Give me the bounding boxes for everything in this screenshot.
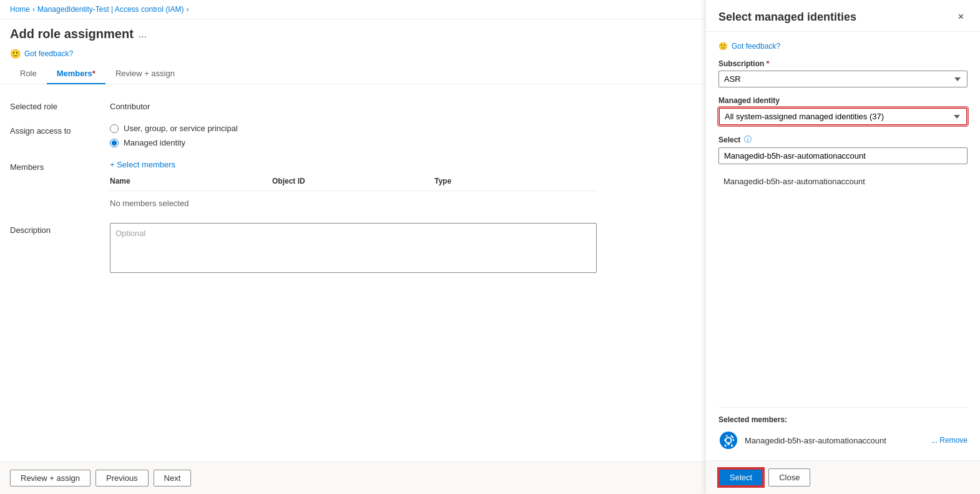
next-button[interactable]: Next: [154, 470, 192, 487]
subscription-label: Subscription: [718, 59, 968, 68]
selected-members-title: Selected members:: [718, 415, 968, 424]
select-members-link[interactable]: + Select members: [110, 160, 175, 169]
radio-user-group[interactable]: User, group, or service principal: [110, 124, 238, 133]
page-title: Add role assignment: [10, 27, 134, 41]
tabs-bar: Role Members* Review + assign: [0, 64, 705, 84]
radio-user-group-input[interactable]: [110, 124, 119, 133]
select-info-icon[interactable]: ⓘ: [744, 134, 752, 145]
selected-member-name: Managedid-b5h-asr-automationaccount: [745, 436, 925, 445]
radio-user-group-label: User, group, or service principal: [124, 124, 238, 133]
panel-select-button[interactable]: Select: [718, 468, 763, 487]
page-header: Add role assignment ...: [0, 19, 705, 46]
description-textarea[interactable]: [110, 223, 597, 273]
panel-feedback-icon: 🙂: [718, 42, 728, 51]
radio-managed-identity-label: Managed identity: [124, 138, 185, 147]
select-search-input[interactable]: [718, 147, 968, 164]
members-label: Members: [10, 160, 110, 172]
radio-managed-identity-input[interactable]: [110, 139, 119, 147]
search-result-item[interactable]: Managedid-b5h-asr-automationaccount: [718, 173, 968, 190]
managed-identity-label: Managed identity: [718, 96, 968, 105]
previous-button[interactable]: Previous: [96, 470, 149, 487]
managed-identity-field: Managed identity All system-assigned man…: [718, 96, 968, 126]
feedback-label: Got feedback?: [24, 49, 73, 58]
svg-point-0: [720, 432, 737, 449]
assign-access-row: Assign access to User, group, or service…: [10, 124, 695, 147]
tab-review-assign[interactable]: Review + assign: [105, 64, 185, 84]
description-row: Description: [10, 223, 695, 275]
select-field: Select ⓘ: [718, 134, 968, 164]
col-name-header: Name: [110, 177, 272, 185]
assign-access-radio-group: User, group, or service principal Manage…: [110, 124, 238, 147]
assign-access-label: Assign access to: [10, 124, 110, 136]
breadcrumb-sep1: ›: [32, 5, 35, 14]
member-avatar: [718, 430, 738, 450]
subscription-field: Subscription ASR: [718, 59, 968, 87]
remove-ellipsis: ...: [931, 436, 939, 445]
members-row: Members + Select members Name Object ID …: [10, 160, 695, 210]
panel-feedback-label: Got feedback?: [732, 42, 780, 51]
tab-members[interactable]: Members*: [47, 64, 105, 84]
page-options-icon[interactable]: ...: [139, 29, 147, 40]
select-label-row: Select ⓘ: [718, 134, 968, 145]
subscription-dropdown[interactable]: ASR: [718, 71, 968, 87]
panel-close-btn[interactable]: Close: [768, 468, 810, 487]
gear-icon: [718, 430, 738, 450]
table-header: Name Object ID Type: [110, 177, 597, 191]
radio-managed-identity[interactable]: Managed identity: [110, 138, 238, 147]
description-label: Description: [10, 223, 110, 235]
select-label: Select: [718, 136, 740, 144]
feedback-bar[interactable]: 🙂 Got feedback?: [0, 46, 705, 64]
panel-feedback[interactable]: 🙂 Got feedback?: [718, 42, 968, 51]
selected-role-label: Selected role: [10, 99, 110, 111]
selected-members-section: Selected members: Managedid-b5h-asr-auto…: [718, 407, 968, 450]
breadcrumb-sep2: ›: [187, 5, 189, 14]
breadcrumb: Home › ManagedIdentity-Test | Access con…: [0, 0, 705, 19]
breadcrumb-home[interactable]: Home: [10, 5, 30, 14]
panel-footer: Select Close: [706, 460, 980, 494]
selected-member-item: Managedid-b5h-asr-automationaccount ... …: [718, 430, 968, 450]
tab-role[interactable]: Role: [10, 64, 47, 84]
panel-header: Select managed identities ×: [706, 0, 980, 32]
no-members-text: No members selected: [110, 196, 597, 210]
members-header: + Select members: [110, 160, 695, 169]
managed-identity-dropdown[interactable]: All system-assigned managed identities (…: [718, 107, 968, 126]
selected-role-value: Contributor: [110, 99, 150, 111]
members-table: Name Object ID Type No members selected: [110, 177, 597, 210]
col-objectid-header: Object ID: [272, 177, 434, 185]
members-section: + Select members Name Object ID Type No …: [110, 160, 695, 210]
col-type-header: Type: [434, 177, 597, 185]
selected-role-row: Selected role Contributor: [10, 99, 695, 111]
select-managed-identities-panel: Select managed identities × 🙂 Got feedba…: [705, 0, 980, 494]
description-field-container: [110, 223, 597, 275]
feedback-icon: 🙂: [10, 49, 21, 59]
panel-title: Select managed identities: [718, 11, 856, 24]
panel-close-button[interactable]: ×: [954, 10, 968, 24]
bottom-actions: Review + assign Previous Next: [0, 462, 705, 494]
form-content: Selected role Contributor Assign access …: [0, 84, 705, 462]
panel-body: 🙂 Got feedback? Subscription ASR Managed…: [706, 32, 980, 460]
remove-member-link[interactable]: ... Remove: [931, 436, 968, 445]
breadcrumb-resource[interactable]: ManagedIdentity-Test | Access control (I…: [37, 5, 184, 14]
review-assign-button[interactable]: Review + assign: [10, 470, 91, 487]
